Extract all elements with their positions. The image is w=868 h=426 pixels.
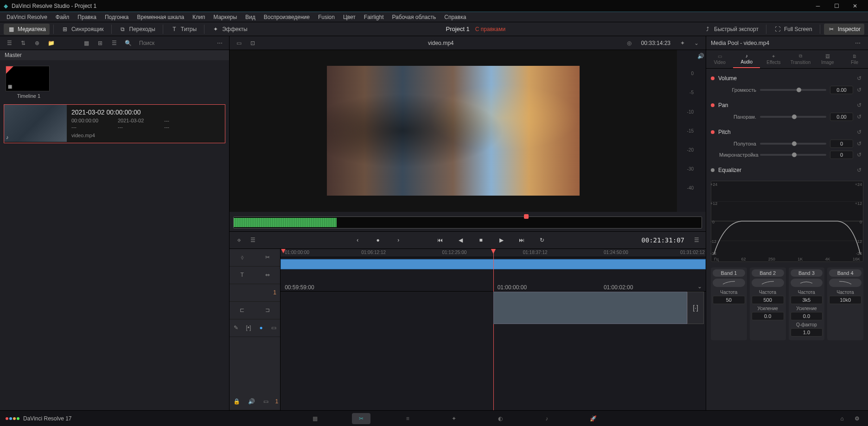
semitone-reset-icon[interactable]: ↺	[857, 140, 863, 147]
quick-export-button[interactable]: ⤴ Быстрый экспорт	[700, 24, 762, 35]
mini-timeline[interactable]	[230, 216, 706, 229]
menu-davinci[interactable]: DaVinci Resolve	[3, 13, 51, 21]
color-dot-icon[interactable]: ●	[255, 322, 267, 333]
home-icon[interactable]: ⌂	[836, 413, 848, 424]
flag-icon[interactable]: [•]	[243, 322, 254, 333]
band3-gain[interactable]: 0.0	[791, 312, 823, 320]
clip-transition-icon[interactable]: [·]	[687, 292, 704, 324]
band2-freq[interactable]: 500	[752, 296, 784, 304]
pan-reset-icon[interactable]: ↺	[857, 102, 863, 108]
micro-reset-icon[interactable]: ↺	[857, 152, 863, 158]
sync-bin-button[interactable]: ⊞ Синхроящик	[57, 24, 108, 35]
sort-icon[interactable]: ⇅	[18, 38, 29, 49]
timeline-item[interactable]: ▦ Timeline 1	[6, 66, 52, 99]
menu-clip[interactable]: Клип	[189, 13, 209, 21]
band3-shape-select[interactable]	[791, 279, 823, 287]
micro-value[interactable]	[830, 151, 853, 159]
eq-reset-icon[interactable]: ↺	[857, 167, 863, 173]
playhead[interactable]	[493, 249, 494, 411]
eq-enable-dot[interactable]	[711, 168, 715, 172]
semitone-slider[interactable]	[760, 143, 826, 145]
band1-shape-select[interactable]	[713, 279, 745, 287]
volume-enable-dot[interactable]	[711, 76, 715, 80]
tab-file[interactable]: 🗎File	[841, 50, 868, 68]
lock-icon[interactable]: 🔒	[231, 396, 243, 407]
inspector-button[interactable]: ✂ Inspector	[824, 24, 864, 35]
menu-help[interactable]: Справка	[440, 13, 470, 21]
scissors-icon[interactable]: ✂	[262, 252, 273, 263]
expand-icon[interactable]: ⌄	[697, 283, 702, 290]
band3-q[interactable]: 1.0	[791, 328, 823, 337]
band3-title[interactable]: Band 3	[791, 269, 823, 277]
maximize-button[interactable]: ☐	[827, 0, 846, 12]
monitor-icon[interactable]: ▭	[261, 396, 272, 407]
page-media[interactable]: ▦	[306, 413, 324, 424]
fullscreen-button[interactable]: ⛶ Full Screen	[770, 24, 816, 35]
safe-area-icon[interactable]: ◎	[624, 38, 635, 49]
menu-edit[interactable]: Правка	[74, 13, 100, 21]
pan-value[interactable]	[830, 113, 853, 121]
tab-transition[interactable]: ⧉Transition	[787, 50, 814, 68]
transitions-button[interactable]: ⧉ Переходы	[115, 24, 159, 35]
pan-slider[interactable]	[760, 116, 826, 118]
menu-fusion[interactable]: Fusion	[314, 13, 338, 21]
text-tool-icon[interactable]: T	[236, 269, 248, 280]
page-fusion[interactable]: ✦	[445, 413, 463, 424]
eq-graph[interactable]: +24 +24 +12 +12 0 0 -12 -12 -24 -24 Гц	[711, 181, 863, 262]
pan-enable-dot[interactable]	[711, 103, 715, 107]
folder-icon[interactable]: 📁	[45, 38, 57, 49]
tab-video[interactable]: ▭Video	[706, 50, 733, 68]
record-icon[interactable]: ▭	[268, 322, 279, 333]
band4-shape-select[interactable]	[829, 279, 862, 287]
thumbnail-view-icon[interactable]: ▦	[81, 38, 92, 49]
arrow-tool-icon[interactable]: ⇔	[262, 269, 273, 280]
list-view-icon[interactable]: ☰	[4, 38, 15, 49]
viewer-settings-icon[interactable]: ✦	[677, 38, 688, 49]
clip-item[interactable]: ♪ 2021-03-02 00:00:00:00 00:00:00:00 202…	[4, 104, 225, 143]
effects-button[interactable]: ✦ Эффекты	[208, 24, 251, 35]
snap-icon[interactable]: ⊏	[236, 305, 248, 316]
page-fairlight[interactable]: ♪	[537, 413, 556, 424]
band1-freq[interactable]: 50	[713, 296, 745, 304]
band4-title[interactable]: Band 4	[829, 269, 862, 277]
smart-insert-icon[interactable]: ⎀	[236, 252, 248, 263]
menu-trim[interactable]: Подгонка	[101, 13, 133, 21]
loudness-value[interactable]	[830, 86, 853, 94]
timeline-clip[interactable]	[493, 292, 688, 324]
grid-view-icon[interactable]: ⊞	[95, 38, 106, 49]
close-button[interactable]: ✕	[846, 0, 864, 12]
nav-dot-icon[interactable]: ●	[371, 234, 384, 247]
loudness-slider[interactable]	[760, 89, 826, 91]
menu-timeline[interactable]: Временная шкала	[134, 13, 188, 21]
micro-slider[interactable]	[760, 154, 826, 156]
options-icon[interactable]: ⋯	[214, 38, 225, 49]
settings-gear-icon[interactable]: ⚙	[851, 413, 862, 424]
minimize-button[interactable]: ─	[809, 0, 827, 12]
menu-color[interactable]: Цвет	[339, 13, 359, 21]
prev-frame-button[interactable]: ◀	[454, 234, 467, 247]
search-icon[interactable]: 🔍	[122, 38, 134, 49]
viewer-zoom-icon[interactable]: ⊡	[247, 38, 258, 49]
semitone-value[interactable]	[830, 140, 853, 148]
timeline-tracks[interactable]: 01:00:00:00 01:06:12:12 01:12:25:00 01:1…	[281, 249, 706, 411]
transport-menu-icon[interactable]: ☰	[691, 235, 702, 246]
pan-value-reset-icon[interactable]: ↺	[857, 114, 863, 120]
menu-file[interactable]: Файл	[52, 13, 73, 21]
pitch-reset-icon[interactable]: ↺	[857, 129, 863, 135]
viewer-mode-icon[interactable]: ▭	[233, 38, 244, 49]
band2-gain[interactable]: 0.0	[752, 312, 784, 320]
menu-workspace[interactable]: Рабочая область	[389, 13, 440, 21]
viewer-canvas[interactable]	[230, 50, 677, 212]
loudness-reset-icon[interactable]: ↺	[857, 87, 863, 93]
page-color[interactable]: ◐	[491, 413, 510, 424]
menu-view[interactable]: Вид	[242, 13, 259, 21]
marker-tool-icon[interactable]: ✎	[230, 322, 242, 333]
pitch-enable-dot[interactable]	[711, 130, 715, 134]
menu-playback[interactable]: Воспроизведение	[260, 13, 313, 21]
tool-list-icon[interactable]: ☰	[247, 235, 258, 246]
goto-start-button[interactable]: ⏮	[434, 234, 447, 247]
chevron-down-icon[interactable]: ⌄	[691, 38, 702, 49]
master-bin[interactable]: Master	[0, 50, 229, 60]
menu-markers[interactable]: Маркеры	[210, 13, 241, 21]
play-button[interactable]: ▶	[495, 234, 508, 247]
